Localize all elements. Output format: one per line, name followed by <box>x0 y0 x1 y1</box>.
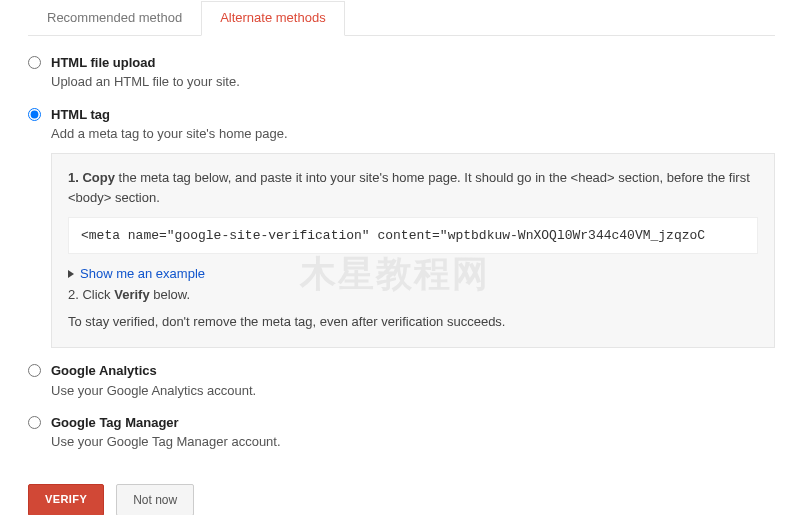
step-1: 1. Copy the meta tag below, and paste it… <box>68 168 758 207</box>
radio-google-tag-manager[interactable] <box>28 416 41 429</box>
option-title: HTML file upload <box>51 54 775 72</box>
tab-alternate[interactable]: Alternate methods <box>201 1 345 36</box>
verification-note: To stay verified, don't remove the meta … <box>68 314 758 329</box>
option-desc: Upload an HTML file to your site. <box>51 72 775 92</box>
option-google-tag-manager: Google Tag Manager Use your Google Tag M… <box>28 414 775 452</box>
option-desc: Add a meta tag to your site's home page. <box>51 124 775 144</box>
option-desc: Use your Google Analytics account. <box>51 381 775 401</box>
instructions-panel: 1. Copy the meta tag below, and paste it… <box>51 153 775 348</box>
tab-recommended[interactable]: Recommended method <box>28 1 201 36</box>
option-title: Google Tag Manager <box>51 414 775 432</box>
meta-tag-code[interactable]: <meta name="google-site-verification" co… <box>68 217 758 254</box>
example-toggle[interactable]: Show me an example <box>68 266 758 281</box>
step-2-bold: Verify <box>114 287 149 302</box>
step-2: 2. Click Verify below. <box>68 287 758 302</box>
tabs-bar: Recommended method Alternate methods <box>28 0 775 36</box>
radio-html-file[interactable] <box>28 56 41 69</box>
step-2-suffix: below. <box>150 287 190 302</box>
option-google-analytics: Google Analytics Use your Google Analyti… <box>28 362 775 400</box>
step-2-prefix: 2. Click <box>68 287 114 302</box>
not-now-button[interactable]: Not now <box>116 484 194 515</box>
step-1-bold: 1. Copy <box>68 170 115 185</box>
radio-html-tag[interactable] <box>28 108 41 121</box>
option-title: HTML tag <box>51 106 775 124</box>
radio-google-analytics[interactable] <box>28 364 41 377</box>
triangle-right-icon <box>68 270 74 278</box>
verification-options: HTML file upload Upload an HTML file to … <box>0 54 803 452</box>
option-desc: Use your Google Tag Manager account. <box>51 432 775 452</box>
option-html-file: HTML file upload Upload an HTML file to … <box>28 54 775 92</box>
step-1-text: the meta tag below, and paste it into yo… <box>68 170 750 205</box>
verify-button[interactable]: VERIFY <box>28 484 104 515</box>
action-buttons: VERIFY Not now <box>0 466 803 515</box>
example-link: Show me an example <box>80 266 205 281</box>
option-html-tag: HTML tag Add a meta tag to your site's h… <box>28 106 775 349</box>
option-title: Google Analytics <box>51 362 775 380</box>
